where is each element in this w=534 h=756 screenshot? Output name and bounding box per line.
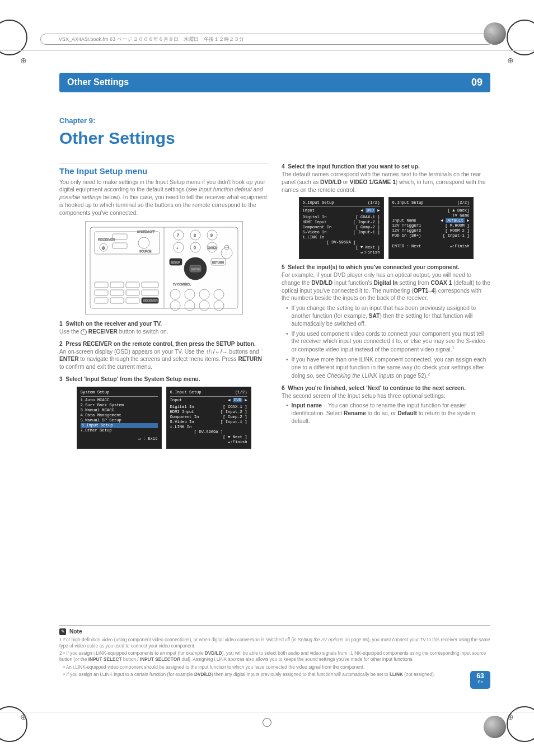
osd-page: (1/2) (368, 200, 380, 205)
step-1: 1 Switch on the receiver and your TV. (59, 320, 268, 328)
bullet-text: Input name – You can choose to rename th… (292, 402, 490, 425)
chapter-label: Chapter 9: (59, 116, 490, 126)
osd-value: Comp-2 (360, 225, 375, 229)
osd-label: S-Video In (170, 420, 194, 425)
text-italic: Setting the AV options (298, 637, 343, 642)
bullet-dot: • (286, 402, 288, 425)
text-bold: COAX 1 (430, 280, 452, 286)
crop-line (0, 712, 534, 712)
step-4: 4 Select the input function that you wan… (282, 163, 490, 171)
osd-label: S-Video In (303, 230, 327, 235)
page-lang: En (470, 679, 490, 684)
text-bold: Rename (344, 410, 366, 416)
svg-point-45 (170, 289, 180, 299)
bullet-dot: • (286, 356, 288, 380)
text-bold: RECEIVER (87, 328, 118, 335)
svg-rect-7 (113, 243, 127, 248)
osd-label: Input Name (392, 218, 416, 223)
osd-value: DV-S969A (199, 430, 218, 434)
osd-item: 1.Auto MCACC (81, 398, 158, 403)
svg-point-30 (174, 242, 184, 252)
svg-rect-15 (95, 290, 108, 295)
note-2: 2 • If you assign i.LINK-equipped compon… (59, 650, 490, 663)
bullet-text: If you used component video cords to con… (292, 330, 490, 354)
text: to navigate through the screens and sele… (79, 356, 238, 362)
osd-label: TV Game (452, 213, 469, 218)
step-5: 5 Select the input(s) to which you've co… (282, 264, 490, 271)
svg-point-50 (185, 300, 195, 311)
note-section: ✎ Note 1 For high-definition video (usin… (59, 617, 490, 678)
section-title: Other Settings (67, 76, 129, 88)
step-4-body: The default names correspond with the na… (282, 171, 490, 194)
note-4: • If you assign an i.LINK input to a cer… (59, 672, 490, 678)
osd-label: 12V Trigger2 (392, 228, 421, 233)
osd-label: 12V Trigger1 (392, 223, 421, 228)
step-number: 2 (59, 341, 63, 347)
osd-value: Comp-2 (228, 415, 242, 419)
note-label: Note (69, 628, 82, 636)
osd-value: DVD (366, 208, 375, 213)
text: button to switch on. (118, 328, 168, 335)
step-2: 2 Press RECEIVER on the remote control, … (59, 340, 268, 348)
content-area: Other Settings 09 Chapter 9: Other Setti… (59, 73, 490, 689)
step-2-body: An on-screen display (OSD) appears on yo… (59, 348, 268, 371)
osd-title: 6.Input Setup (303, 200, 334, 205)
osd-title: 6.Input Setup (170, 390, 202, 395)
text: 2 • If you assign i.LINK-equipped compon… (59, 650, 205, 656)
step-5-body: For example, if your DVD player only has… (282, 271, 490, 302)
text: ) then any digital inputs previously ass… (212, 672, 390, 677)
osd-system-setup: System Setup 1.Auto MCACC 2.Surr Back Sy… (77, 387, 162, 449)
text-bold: ENTER (59, 356, 79, 362)
svg-rect-14 (142, 282, 158, 288)
step-6: 6 When you're finished, select 'Next' to… (282, 384, 490, 392)
text: 1 For high-definition video (using compo… (59, 637, 298, 642)
svg-text:RETURN: RETURN (212, 261, 224, 264)
svg-rect-18 (142, 290, 158, 295)
footnote-ref: 2 (428, 372, 430, 376)
text: input function's (332, 280, 373, 286)
osd-row-2: 6.Input Setup(1/2) Input◀ DVD ▶ Digital … (282, 197, 490, 259)
bullet-2: • If you used component video cords to c… (286, 330, 490, 354)
svg-point-48 (214, 289, 224, 299)
page-badge: 63 En (470, 671, 490, 689)
osd-input-setup-2: 6.Input Setup(2/2) [ ▲ Back] TV Game Inp… (388, 197, 474, 259)
osd-input-setup-1: 6.Input Setup(1/2) Input◀ DVD ▶ Digital … (166, 387, 251, 449)
osd-back: [ ▲ Back] (448, 208, 470, 213)
decorative-sphere (484, 716, 506, 738)
osd-label: Component In (303, 225, 332, 230)
note-header: ✎ Note (59, 625, 490, 636)
step-number: 6 (282, 385, 285, 391)
text: • An i.LINK-equipped video component sho… (63, 664, 364, 670)
osd-title: System Setup (81, 390, 158, 395)
svg-text:SETUP: SETUP (171, 261, 180, 264)
osd-label: Input (170, 398, 182, 403)
text-italic: Checking the i.LINK inputs (327, 373, 394, 379)
svg-text:ENTER: ENTER (191, 267, 200, 271)
osd-value: Input-1 (226, 420, 242, 424)
osd-label: POD In (SR+) (392, 233, 421, 238)
text: to confirm and exit the current menu. (59, 364, 152, 370)
svg-point-49 (170, 300, 180, 311)
remote-figure: RECEIVER ⏻ SYSTEM OFF SOURCE (85, 221, 243, 314)
osd-label: Input (303, 208, 315, 213)
bullet-3: • If you have more than one iLINK compon… (286, 356, 490, 380)
svg-point-52 (214, 300, 224, 311)
osd-value: COAX-1 (360, 215, 375, 219)
book-header: VSX_AX4ASi.book.fm 63 ページ ２００６年６月８日 木曜日 … (40, 34, 494, 45)
svg-rect-13 (126, 282, 139, 288)
svg-rect-11 (95, 282, 108, 288)
osd-value: Input-1 (448, 233, 465, 238)
left-column: The Input Setup menu You only need to ma… (59, 163, 268, 453)
osd-row-1: System Setup 1.Auto MCACC 2.Surr Back Sy… (59, 387, 268, 449)
register-mark: ⊕ (507, 712, 514, 722)
note-icon: ✎ (59, 628, 66, 635)
text: An on-screen display (OSD) appears on yo… (59, 349, 206, 355)
osd-finish: :Finish (230, 440, 247, 444)
osd-finish: :Finish (452, 244, 469, 248)
text: or (341, 179, 350, 185)
note-3: • An i.LINK-equipped video component sho… (59, 664, 490, 670)
text: dial). Assigning i.LINK sources also all… (180, 656, 414, 662)
step-number: 5 (282, 264, 285, 270)
text: (not assigned). (403, 672, 435, 677)
section-number: 09 (471, 76, 483, 89)
